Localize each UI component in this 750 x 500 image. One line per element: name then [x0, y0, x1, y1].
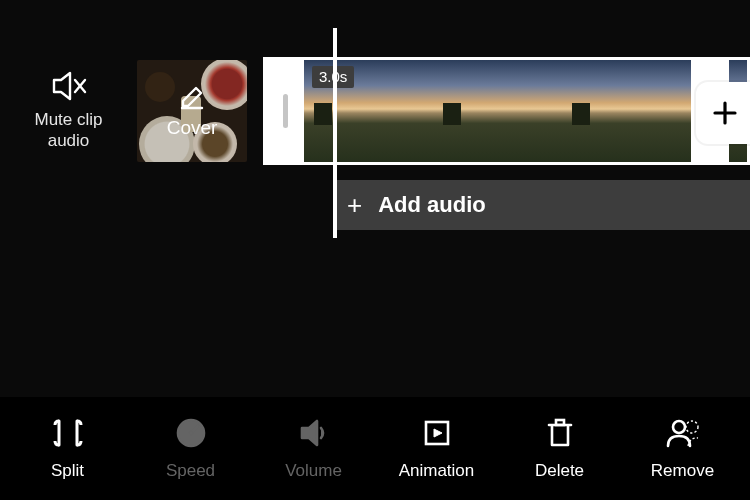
selected-clip[interactable]: 3.0s — [263, 57, 750, 165]
split-icon — [51, 417, 85, 453]
cover-label: Cover — [167, 117, 218, 139]
mute-clip-audio-button[interactable]: Mute clipaudio — [0, 71, 137, 152]
split-button[interactable]: Split — [6, 417, 129, 481]
tool-label: Volume — [285, 461, 342, 481]
delete-button[interactable]: Delete — [498, 417, 621, 481]
video-editor: Mute clipaudio Cover — [0, 0, 750, 500]
svg-point-11 — [673, 421, 685, 433]
trim-handle-left[interactable] — [266, 60, 304, 162]
mute-label: Mute clipaudio — [34, 109, 102, 152]
tool-label: Delete — [535, 461, 584, 481]
clip-thumbnail — [433, 60, 562, 162]
plus-icon — [710, 98, 740, 128]
clip-duration-badge: 3.0s — [312, 66, 354, 88]
cover-overlay: Cover — [137, 60, 247, 162]
remove-person-icon — [664, 417, 702, 453]
clip-thumbnails: 3.0s — [304, 60, 691, 162]
svg-point-12 — [686, 421, 698, 433]
speaker-muted-icon — [50, 71, 88, 105]
add-audio-label: Add audio — [378, 192, 486, 218]
tool-label: Remove — [651, 461, 714, 481]
timeline-row: Mute clipaudio Cover — [0, 60, 750, 162]
tool-label: Speed — [166, 461, 215, 481]
bottom-toolbar: Split Speed Volume — [0, 397, 750, 500]
speed-icon — [174, 417, 208, 453]
remove-button[interactable]: Remove — [621, 417, 744, 481]
svg-rect-10 — [556, 420, 564, 425]
cover-button[interactable]: Cover — [137, 60, 247, 162]
add-audio-button[interactable]: + Add audio — [333, 180, 750, 230]
speaker-icon — [297, 417, 331, 453]
speed-button[interactable]: Speed — [129, 417, 252, 481]
plus-icon: + — [347, 192, 362, 218]
trash-icon — [543, 417, 577, 453]
tool-label: Split — [51, 461, 84, 481]
tool-label: Animation — [399, 461, 475, 481]
edit-icon — [178, 83, 206, 115]
add-clip-button[interactable] — [696, 82, 750, 144]
animation-icon — [420, 417, 454, 453]
animation-button[interactable]: Animation — [375, 417, 498, 481]
volume-button[interactable]: Volume — [252, 417, 375, 481]
svg-point-7 — [188, 430, 192, 434]
clip-thumbnail — [562, 60, 691, 162]
